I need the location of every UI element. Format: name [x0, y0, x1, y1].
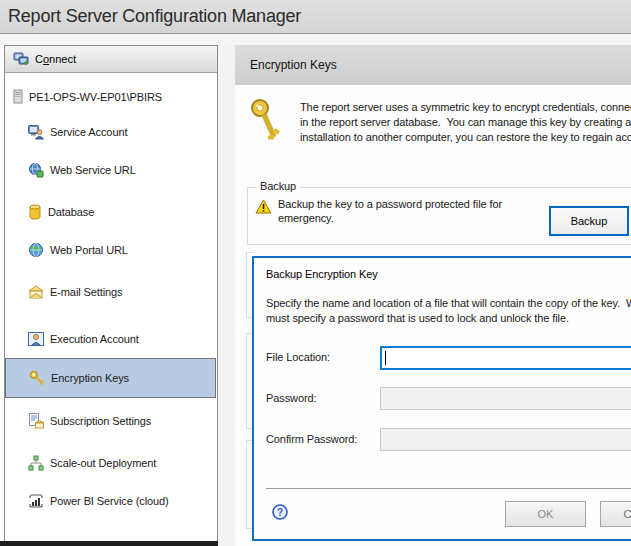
- sidebar-item-encryption-keys[interactable]: Encryption Keys: [5, 358, 216, 398]
- password-input: [380, 387, 631, 410]
- confirm-password-input: [380, 428, 631, 451]
- window-title: Report Server Configuration Manager: [0, 0, 631, 33]
- help-icon[interactable]: ?: [272, 504, 288, 524]
- dialog-divider: [266, 488, 631, 489]
- sidebar-item-label: Subscription Settings: [50, 415, 151, 427]
- title-sub-strip: [0, 34, 631, 45]
- bottom-dark-bar: [0, 541, 218, 546]
- description-line-1: The report server uses a symmetric key t…: [300, 100, 631, 115]
- sidebar: Connect PE1-OPS-WV-EP01\PBIRS Service Ac…: [4, 45, 218, 546]
- svg-text:?: ?: [277, 507, 283, 518]
- connect-label: Connect: [35, 53, 76, 65]
- execution-account-icon: [28, 331, 44, 347]
- window-title-bar: Report Server Configuration Manager: [0, 0, 631, 34]
- web-portal-url-icon: [28, 242, 44, 258]
- description-line-2: in the report server database. You can m…: [300, 115, 631, 130]
- description-line-3: installation to another computer, you ca…: [300, 130, 631, 145]
- backup-button[interactable]: Backup: [549, 206, 629, 236]
- dialog-title: Backup Encryption Key: [266, 268, 378, 280]
- sidebar-item-label: Database: [48, 206, 94, 218]
- sidebar-item-server[interactable]: PE1-OPS-WV-EP01\PBIRS: [6, 85, 216, 109]
- sidebar-item-scale-out-deployment[interactable]: Scale-out Deployment: [5, 443, 216, 483]
- text-caret: [385, 351, 386, 365]
- sidebar-item-subscription-settings[interactable]: Subscription Settings: [5, 401, 216, 441]
- sidebar-item-web-service-url[interactable]: Web Service URL: [5, 150, 216, 190]
- web-service-url-icon: [28, 162, 44, 178]
- main-header: Encryption Keys: [235, 45, 631, 85]
- file-location-label: File Location:: [266, 350, 330, 364]
- backup-text-line-1: Backup the key to a password protected f…: [278, 197, 502, 211]
- cancel-button[interactable]: Cancel: [600, 501, 631, 527]
- encryption-key-large-icon: [247, 97, 283, 149]
- sidebar-item-label: Execution Account: [50, 333, 139, 345]
- password-label: Password:: [266, 391, 316, 405]
- connect-computers-icon: [13, 51, 29, 67]
- panel-gutter: [218, 45, 235, 546]
- database-icon: [28, 204, 42, 220]
- connect-button[interactable]: Connect: [5, 46, 217, 73]
- server-icon: [12, 89, 24, 105]
- dialog-text-line-2: must specify a password that is used to …: [266, 311, 569, 326]
- sidebar-item-label: Encryption Keys: [51, 372, 129, 384]
- power-bi-chart-icon: [28, 493, 44, 509]
- sidebar-item-label: Power BI Service (cloud): [50, 495, 169, 507]
- warning-icon: [255, 199, 272, 218]
- sidebar-item-execution-account[interactable]: Execution Account: [5, 319, 216, 359]
- sidebar-item-email-settings[interactable]: E-mail Settings: [5, 272, 216, 312]
- sidebar-item-database[interactable]: Database: [5, 192, 216, 232]
- ok-button: OK: [505, 501, 586, 527]
- key-icon: [29, 370, 45, 386]
- backup-group: Backup Backup the key to a password prot…: [247, 187, 631, 245]
- backup-group-legend: Backup: [256, 180, 300, 192]
- email-icon: [28, 285, 44, 299]
- sidebar-item-power-bi-service[interactable]: Power BI Service (cloud): [5, 481, 216, 521]
- file-location-input[interactable]: [380, 346, 631, 370]
- sidebar-item-web-portal-url[interactable]: Web Portal URL: [5, 230, 216, 270]
- page-title: Encryption Keys: [235, 45, 631, 85]
- sidebar-item-service-account[interactable]: Service Account: [5, 112, 216, 152]
- sidebar-item-label: Web Portal URL: [50, 244, 128, 256]
- backup-encryption-key-dialog: Backup Encryption Key Specify the name a…: [252, 256, 631, 541]
- sidebar-item-label: E-mail Settings: [50, 286, 122, 298]
- confirm-password-label: Confirm Password:: [266, 432, 357, 446]
- server-name: PE1-OPS-WV-EP01\PBIRS: [29, 91, 162, 103]
- dialog-text-line-1: Specify the name and location of a file …: [266, 296, 631, 311]
- scale-out-deployment-icon: [28, 455, 44, 471]
- sidebar-item-label: Scale-out Deployment: [50, 457, 156, 469]
- backup-text-line-2: emergency.: [278, 211, 334, 225]
- subscription-settings-icon: [28, 413, 44, 429]
- service-account-icon: [28, 124, 44, 140]
- sidebar-item-label: Service Account: [50, 126, 127, 138]
- sidebar-item-label: Web Service URL: [50, 164, 136, 176]
